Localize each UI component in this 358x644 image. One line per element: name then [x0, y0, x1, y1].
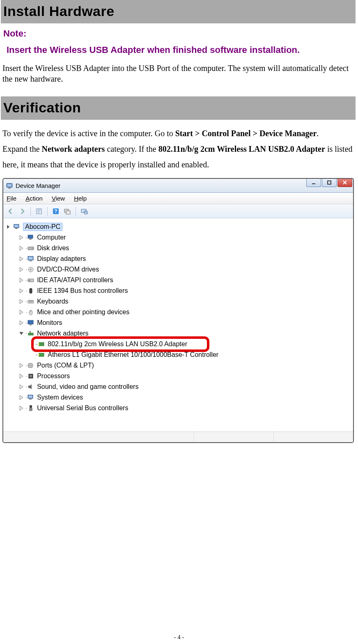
forward-button[interactable] — [17, 206, 27, 216]
expand-icon[interactable] — [19, 395, 24, 400]
menu-action[interactable]: Action — [25, 195, 43, 202]
tree-connector: ·· — [25, 299, 26, 304]
ide-icon — [27, 276, 34, 284]
expand-icon[interactable] — [19, 278, 24, 283]
expand-icon[interactable] — [19, 256, 24, 261]
expand-icon[interactable] — [19, 288, 24, 293]
properties-icon[interactable] — [34, 206, 44, 216]
svg-rect-4 — [328, 181, 331, 184]
tree-node-cat-8[interactable]: ·· Monitors — [6, 317, 351, 328]
expand-icon[interactable] — [19, 406, 24, 411]
close-button[interactable] — [337, 178, 352, 187]
display-icon — [27, 255, 34, 263]
expand-icon[interactable] — [19, 235, 24, 240]
expand-icon[interactable] — [19, 363, 24, 368]
back-button[interactable] — [6, 206, 16, 216]
menu-view[interactable]: View — [52, 195, 65, 202]
page-number: - 4 - — [0, 634, 358, 641]
tree-node-cat-0[interactable]: ·· Computer — [6, 232, 351, 243]
verify-text-1c: . — [317, 129, 319, 138]
tree-label: System devices — [37, 394, 83, 401]
tree-label: Monitors — [37, 319, 62, 327]
tree-connector: ·· — [25, 374, 26, 379]
tree-node-cat-3[interactable]: ·· DVD/CD-ROM drives — [6, 264, 351, 275]
tree-root[interactable]: Abocom-PC — [6, 222, 351, 232]
expand-icon[interactable] — [19, 374, 24, 379]
svg-rect-47 — [30, 375, 32, 377]
svg-rect-40 — [39, 343, 44, 346]
tree-node-after-1[interactable]: ·· Processors — [6, 371, 351, 381]
verify-category: Network adapters — [42, 144, 105, 153]
device-tree[interactable]: Abocom-PC ·· Computer ·· Disk drives ·· … — [3, 218, 353, 432]
expand-icon[interactable] — [19, 267, 24, 272]
expand-icon[interactable] — [19, 299, 24, 304]
titlebar[interactable]: Device Manager — [3, 179, 353, 193]
note-label: Note: — [3, 28, 353, 39]
tree-node-cat-5[interactable]: ·· IEEE 1394 Bus host controllers — [6, 285, 351, 296]
tree-label: Keyboards — [37, 298, 69, 305]
processor-icon — [27, 372, 34, 380]
tree-label: Computer — [37, 234, 66, 241]
verify-text-2c: category. If the — [105, 144, 158, 153]
tree-connector: ·· — [25, 384, 26, 389]
tree-node-after-2[interactable]: ·· Sound, video and game controllers — [6, 381, 351, 392]
tree-node-cat-2[interactable]: ·· Display adapters — [6, 253, 351, 264]
svg-rect-38 — [28, 333, 33, 335]
tree-node-cat-4[interactable]: ·· IDE ATA/ATAPI controllers — [6, 275, 351, 285]
tree-label: Display adapters — [37, 255, 86, 263]
tree-node-network[interactable]: ·· Network adapters — [6, 328, 351, 339]
nic-icon — [38, 340, 45, 348]
tree-connector: ·· — [25, 363, 26, 368]
maximize-button[interactable] — [322, 178, 337, 187]
menu-help[interactable]: Help — [74, 195, 87, 202]
menu-file[interactable]: File — [7, 195, 16, 202]
svg-rect-3 — [312, 183, 315, 184]
help-icon[interactable]: ? — [51, 206, 61, 216]
expand-icon[interactable] — [19, 384, 24, 389]
tree-node-nic-0[interactable]: ···· 802.11n/b/g 2cm Wireless LAN USB2.0… — [6, 339, 351, 349]
svg-rect-50 — [29, 399, 32, 400]
svg-rect-29 — [29, 280, 30, 281]
menubar: File Action View Help — [3, 193, 353, 204]
svg-rect-37 — [30, 324, 32, 325]
tree-label: DVD/CD-ROM drives — [37, 266, 99, 273]
expand-icon[interactable] — [19, 320, 24, 325]
svg-rect-39 — [30, 331, 31, 333]
tree-connector: ·· — [25, 395, 26, 400]
expand-icon[interactable] — [19, 246, 24, 251]
tree-node-after-3[interactable]: ·· System devices — [6, 392, 351, 403]
tree-node-cat-6[interactable]: ·· Keyboards — [6, 296, 351, 307]
svg-rect-12 — [66, 211, 70, 214]
tree-node-after-0[interactable]: ·· Ports (COM & LPT) — [6, 360, 351, 371]
svg-rect-43 — [39, 354, 39, 356]
tree-connector: ·· — [25, 278, 26, 283]
tree-connector: ·· — [25, 331, 26, 336]
usb-icon — [27, 404, 34, 412]
network-icon — [27, 330, 34, 337]
tree-node-cat-1[interactable]: ·· Disk drives — [6, 243, 351, 253]
expand-icon[interactable] — [19, 331, 24, 336]
tree-node-after-4[interactable]: ·· Universal Serial Bus controllers — [6, 403, 351, 413]
refresh-icon[interactable] — [79, 206, 89, 216]
toolbar: ? — [3, 204, 353, 218]
tree-connector: ·· — [25, 246, 26, 251]
minimize-button[interactable] — [306, 178, 321, 187]
scan-hardware-icon[interactable] — [62, 206, 72, 216]
expand-icon[interactable] — [7, 224, 11, 229]
svg-point-27 — [30, 269, 32, 270]
device-manager-window: Device Manager File Action View Help ? — [2, 178, 354, 443]
tree-label: 802.11n/b/g 2cm Wireless LAN USB2.0 Adap… — [48, 340, 187, 348]
svg-rect-17 — [14, 225, 18, 227]
tree-node-cat-7[interactable]: ·· Mice and other pointing devices — [6, 307, 351, 317]
svg-point-45 — [31, 365, 32, 366]
tree-connector: ···· — [35, 352, 37, 357]
tree-node-nic-1[interactable]: ···· Atheros L1 Gigabit Ethernet 10/100/… — [6, 349, 351, 360]
tree-label: Mice and other pointing devices — [37, 308, 129, 316]
expand-icon[interactable] — [19, 310, 24, 315]
dvd-icon — [27, 266, 34, 273]
nic-icon — [38, 351, 45, 359]
tree-label: Universal Serial Bus controllers — [37, 404, 128, 412]
tree-connector: ·· — [25, 320, 26, 325]
note-instruction: Insert the Wireless USB Adapter when fin… — [3, 45, 353, 55]
monitor-icon — [27, 319, 34, 327]
